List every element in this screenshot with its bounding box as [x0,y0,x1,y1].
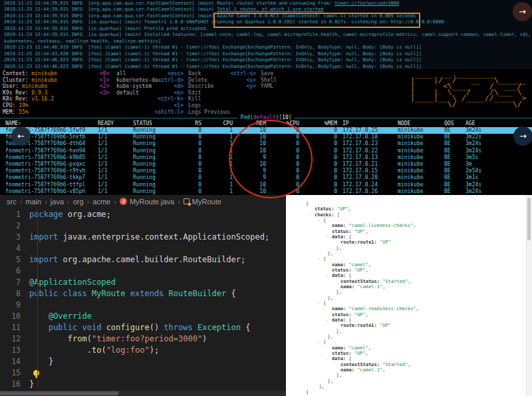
pod-cell: 0 [170,188,201,195]
menu-label: Back [188,71,201,77]
json-bracket: }, [328,334,333,339]
pod-cell: 1/1 [98,134,133,140]
json-line: }, [286,334,532,339]
breadcrumb-item[interactable]: org [73,198,84,206]
breadcrumb-item[interactable]: java [51,198,64,206]
line-number: 4 [0,243,29,254]
command-item[interactable]: <ctrl-s>Save [229,71,277,77]
json-key: name: [332,345,346,351]
pod-cell: 172.17.0.13 [342,154,398,161]
command-item[interactable]: <l>Logs [154,102,230,109]
pod-cell: 3m [466,161,509,168]
horizontal-scrollbar-thumb[interactable] [0,391,118,395]
pod-cell: 3m24s [466,188,509,195]
command-item[interactable]: <y>YAML [229,83,277,90]
json-key: name: [340,367,354,373]
pod-cell: Running [133,154,170,161]
json-key: status: [315,206,334,212]
breadcrumb-item[interactable]: MyRoute.java [130,198,174,206]
pod-cell: 1/1 [98,174,133,181]
log-text: 2019-11-23 12:44:39,915 INFO [io.quarkus… [4,32,531,37]
code-text: } [29,379,34,389]
command-item[interactable]: <shift-l>Logs Previous [154,109,230,116]
prev-arrow-button[interactable]: ← [11,126,31,146]
code-line: 9 [0,299,286,311]
collapse-toggle[interactable]: - [309,212,315,218]
next-arrow-button[interactable]: → [513,126,532,146]
command-item[interactable]: <d>Describe [154,83,230,90]
command-item[interactable]: <s>Shell [229,77,277,84]
log-text: 2019-11-23 12:44:46,923 INFO [foo] (Came… [4,57,422,63]
pod-cell: 3m22s [466,134,509,140]
vertical-scrollbar-thumb[interactable] [527,198,531,240]
hotkey: <ctrl-k> [154,96,184,102]
pod-cell: 1/1 [98,154,133,161]
column-header: %MEM [299,120,337,127]
command-item[interactable]: <ctrl-k>Kill [154,96,230,102]
pod-cell: 0 [170,154,201,161]
command-item[interactable]: <esc>Back [154,71,230,77]
pod-cell: minikube [398,140,444,147]
json-key: data: [332,234,346,240]
json-line: route:route1: "UP" [286,323,532,328]
code-text: MyRoute [92,289,126,298]
breadcrumb-item[interactable]: src [7,198,17,206]
pod-table-title-text: Pod [240,115,249,120]
next-arrow-button-top[interactable]: → [513,2,532,21]
camel-log-terminal[interactable]: 2019-11-23 12:44:39,915 INFO [org.apa.ca… [0,0,532,69]
lightbulb-icon[interactable] [33,370,39,376]
vertical-scrollbar[interactable] [526,195,532,396]
pod-cell: Running [133,134,170,140]
code-text [193,323,198,332]
json-line: { [286,201,532,206]
info-label: K8s Rev: [3,96,29,102]
collapse-toggle[interactable]: - [317,301,323,306]
collapse-toggle[interactable]: - [326,273,332,278]
code-text: ); [150,345,159,355]
pod-cell: 172.17.0.26 [342,188,398,195]
json-line: name: "camel-1", [286,367,532,373]
pod-cell: Running [133,174,170,181]
json-bracket: { [348,234,351,240]
pod-cell: minikube [398,174,444,181]
json-line: -{ [286,339,532,345]
indent-guide [37,209,38,387]
pod-cell: minikube [398,168,444,174]
collapse-toggle[interactable]: - [317,218,323,223]
pod-cell: foometri-7587f769b6-k9b85 [5,154,98,161]
breadcrumb-separator-icon: › [87,198,90,206]
menu-label: all [116,71,126,77]
column-header: NODE [398,120,444,127]
line-number: 13 [0,345,29,356]
cluster-info-row: K8s Rev: v1.16.2 [3,96,57,102]
json-line: name: "camel-liveness-checks", [286,223,532,228]
code-editor[interactable]: src›main›java›org›acme›JMyRoute.java›MyR… [0,195,286,396]
collapse-toggle[interactable]: - [317,256,323,262]
breadcrumb-item[interactable]: acme [92,198,110,206]
json-bracket: }, [336,329,342,334]
breadcrumb-item[interactable]: MyRoute [192,198,221,206]
collapse-toggle[interactable]: - [326,234,332,240]
collapse-toggle[interactable]: - [326,356,332,361]
command-item[interactable]: <e>Edit [154,90,230,97]
pod-cell: 1/1 [98,127,133,134]
json-line: }, [286,373,532,378]
horizontal-scrollbar[interactable] [0,391,286,396]
breadcrumb-item[interactable]: main [25,198,41,206]
collapse-toggle[interactable]: - [317,339,323,345]
pod-cell: 3m24s [466,148,509,154]
line-number: 3 [0,232,29,243]
startup-highlight-box [213,13,420,28]
column-header: IP [342,120,398,127]
json-value: "Started" [382,362,408,367]
code-area[interactable]: 1package org.acme;23import javax.enterpr… [0,208,286,390]
collapse-toggle[interactable]: - [326,317,332,323]
log-line: 2019-11-23 12:44:39,915 INFO [io.quarkus… [4,32,532,38]
pod-cell: 172.17.0.25 [342,127,398,134]
command-item[interactable]: <ctrl-d>Delete [154,77,230,84]
hotkey: <shift-l> [154,109,184,116]
json-line: contextStatus: "Started", [286,279,532,284]
code-line: 6 [0,266,286,277]
pod-cell: BE [444,140,466,147]
pod-cell: foometri-7587f769b6-hxn94 [5,148,98,154]
